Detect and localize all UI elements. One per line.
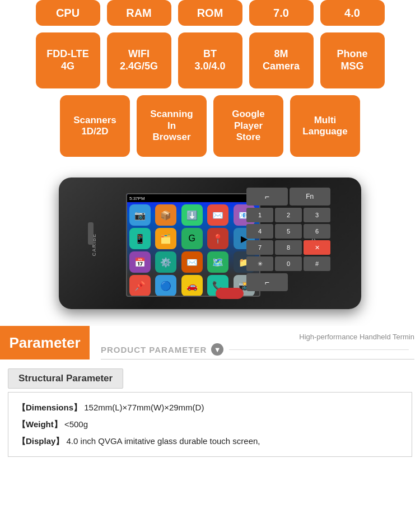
key-8[interactable]: 8 <box>275 240 302 255</box>
app-icon: 📍 <box>207 228 228 249</box>
badges-row2: FDD-LTE 4G WIFI 2.4G/5G BT 3.0/4.0 8M Ca… <box>0 32 420 95</box>
side-scan-button[interactable] <box>88 222 94 245</box>
app-icon: 📅 <box>129 251 151 273</box>
badge-bt: BT 3.0/4.0 <box>178 32 242 88</box>
badge-fdd-lte: FDD-LTE 4G <box>36 32 100 88</box>
key-7[interactable]: 7 <box>246 240 273 255</box>
key-hash[interactable]: # <box>304 256 330 271</box>
divider-line <box>229 349 409 350</box>
key-3[interactable]: 3 <box>304 208 330 222</box>
app-icon: G <box>181 228 203 249</box>
device-body: 5:37PM 📷 📦 ⬇️ ✉️ 📧 📱 🗂️ G 📍 ▶ 📅 ⚙️ <box>59 178 361 309</box>
param-weight: 【Weight】 <500g <box>17 416 403 433</box>
keypad-area: ⌐ Fn 1 2 3 4 5 6 7 8 ✕ ✳ 0 # <box>246 188 330 305</box>
badge-android: 7.0 <box>249 0 314 26</box>
badges-row3: Scanners 1D/2D Scanning In Browser Googl… <box>0 95 420 164</box>
badge-multilang: Multi Language <box>290 95 360 157</box>
scan-bottom-button[interactable] <box>216 288 244 299</box>
device-area: 5:37PM 📷 📦 ⬇️ ✉️ 📧 📱 🗂️ G 📍 ▶ 📅 ⚙️ <box>0 164 420 326</box>
badge-wifi: WIFI 2.4G/5G <box>107 32 171 88</box>
app-icon: 📦 <box>155 204 176 226</box>
key-4[interactable]: 4 <box>246 224 273 239</box>
app-grid: 📷 📦 ⬇️ ✉️ 📧 📱 🗂️ G 📍 ▶ 📅 ⚙️ ✉️ 🗺️ 📁 📌 <box>127 202 259 297</box>
device-screen: 5:37PM 📷 📦 ⬇️ ✉️ 📧 📱 🗂️ G 📍 ▶ 📅 ⚙️ <box>126 193 260 297</box>
key-star[interactable]: ✳ <box>246 256 273 271</box>
key-0[interactable]: 0 <box>275 256 302 271</box>
badge-rom: ROM <box>178 0 242 26</box>
badges-row1: CPU RAM ROM 7.0 4.0 <box>0 0 420 32</box>
parameter-right: High-performance Handheld Termin PRODUCT… <box>90 326 420 359</box>
badge-camera: 8M Camera <box>249 32 314 88</box>
structural-section: Structural Parameter 【Dimensions】 152mm(… <box>8 368 412 457</box>
badge-cpu: CPU <box>36 0 100 26</box>
key-del[interactable]: ✕ <box>304 240 330 255</box>
app-icon: ✉️ <box>207 204 228 226</box>
key-up[interactable]: ⌐ <box>246 188 288 206</box>
app-icon: 🔵 <box>155 275 176 296</box>
structural-content: 【Dimensions】 152mm(L)×77mm(W)×29mm(D) 【W… <box>8 392 412 457</box>
badge-phone: Phone MSG <box>320 32 385 88</box>
key-fn[interactable]: Fn <box>290 188 331 206</box>
parameter-section: Parameter High-performance Handheld Term… <box>0 326 420 359</box>
app-icon: 🗂️ <box>155 228 176 249</box>
app-icon: 📌 <box>129 275 151 296</box>
app-icon: 📷 <box>129 204 151 226</box>
device-illustration: 5:37PM 📷 📦 ⬇️ ✉️ 📧 📱 🗂️ G 📍 ▶ 📅 ⚙️ <box>31 169 389 315</box>
key-6[interactable]: 6 <box>304 224 330 239</box>
badge-google: Google Player Store <box>213 95 283 157</box>
app-icon: ⬇️ <box>181 204 203 226</box>
badge-ram: RAM <box>107 0 171 26</box>
parameter-header: Parameter High-performance Handheld Term… <box>0 326 420 359</box>
structural-header: Structural Parameter <box>8 368 123 389</box>
app-icon: 📱 <box>129 228 151 249</box>
key-2[interactable]: 2 <box>275 208 302 222</box>
chevron-down-icon[interactable]: ▼ <box>211 343 223 356</box>
badge-version: 4.0 <box>320 0 385 26</box>
badge-scanners: Scanners 1D/2D <box>60 95 130 157</box>
app-icon: 🚗 <box>181 275 203 296</box>
param-display: 【Display】 4.0 inch QVGA imitative glass … <box>17 433 403 450</box>
key-1[interactable]: 1 <box>246 208 273 222</box>
app-icon: ✉️ <box>181 251 203 273</box>
product-parameter-text: PRODUCT PARAMETER <box>101 345 207 354</box>
key-5[interactable]: 5 <box>275 224 302 239</box>
key-down[interactable]: ⌐ <box>246 273 288 291</box>
app-icon: ⚙️ <box>155 251 176 273</box>
parameter-subtitle: High-performance Handheld Termin <box>101 333 420 343</box>
badge-scanning: Scanning In Browser <box>137 95 207 157</box>
parameter-label: Parameter <box>0 326 90 359</box>
param-dimensions: 【Dimensions】 152mm(L)×77mm(W)×29mm(D) <box>17 399 403 416</box>
app-icon: 🗺️ <box>207 251 228 273</box>
